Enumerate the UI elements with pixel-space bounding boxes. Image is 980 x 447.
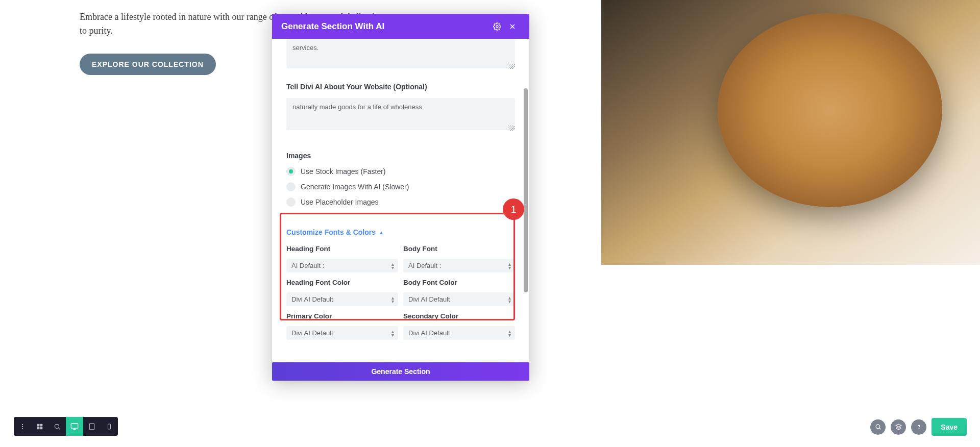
customize-fonts-colors-toggle[interactable]: Customize Fonts & Colors ▲: [286, 228, 384, 236]
radio-unselected-icon: [286, 182, 296, 191]
settings-icon[interactable]: [489, 19, 505, 34]
radio-placeholder-images[interactable]: Use Placeholder Images: [286, 197, 515, 207]
svg-rect-9: [40, 427, 43, 429]
tablet-view-icon[interactable]: [83, 417, 101, 436]
heading-font-label: Heading Font: [286, 245, 398, 253]
hero-image: [601, 0, 980, 265]
radio-stock-label: Use Stock Images (Faster): [301, 167, 386, 176]
svg-rect-6: [37, 424, 40, 426]
bottom-toolbar: [14, 417, 118, 436]
radio-stock-images[interactable]: Use Stock Images (Faster): [286, 167, 515, 176]
svg-point-10: [55, 424, 59, 428]
svg-rect-8: [37, 427, 40, 429]
body-font-color-label: Body Font Color: [403, 279, 515, 286]
svg-marker-21: [896, 424, 901, 427]
section-description-input[interactable]: [286, 39, 515, 68]
zoom-icon[interactable]: [48, 417, 66, 436]
svg-point-5: [22, 428, 23, 429]
about-website-input[interactable]: [286, 98, 515, 130]
radio-selected-icon: [286, 167, 296, 176]
annotation-badge: 1: [503, 198, 524, 220]
generate-section-modal: Generate Section With AI Tell Divi AI Ab…: [272, 14, 529, 381]
modal-header: Generate Section With AI: [272, 14, 529, 39]
svg-point-19: [876, 425, 880, 429]
close-icon[interactable]: [505, 19, 520, 34]
secondary-color-select[interactable]: Divi AI Default: [403, 326, 515, 340]
about-website-label: Tell Divi AI About Your Website (Optiona…: [286, 83, 515, 91]
collapse-up-icon: ▲: [379, 230, 384, 235]
bottom-right-controls: Save: [870, 418, 967, 436]
radio-ai-images[interactable]: Generate Images With AI (Slower): [286, 182, 515, 191]
svg-rect-7: [40, 424, 43, 426]
scrollbar-thumb[interactable]: [524, 88, 528, 292]
generate-section-button[interactable]: Generate Section: [272, 362, 529, 381]
radio-unselected-icon: [286, 197, 296, 207]
svg-point-22: [919, 428, 919, 429]
layers-round-icon[interactable]: [891, 419, 906, 435]
explore-collection-button[interactable]: EXPLORE OUR COLLECTION: [80, 54, 216, 75]
body-font-select[interactable]: AI Default :: [403, 259, 515, 272]
svg-line-11: [59, 428, 60, 429]
svg-rect-12: [71, 424, 78, 428]
heading-font-color-select[interactable]: Divi AI Default: [286, 292, 398, 306]
customize-label: Customize Fonts & Colors: [286, 228, 376, 236]
heading-font-select[interactable]: AI Default :: [286, 259, 398, 272]
body-font-color-select[interactable]: Divi AI Default: [403, 292, 515, 306]
svg-line-20: [879, 428, 880, 429]
modal-scrollbar[interactable]: [524, 53, 528, 358]
radio-placeholder-label: Use Placeholder Images: [301, 198, 379, 206]
images-section-label: Images: [286, 152, 515, 160]
help-round-icon[interactable]: [911, 419, 926, 435]
fonts-colors-grid: Heading Font AI Default : Body Font AI D…: [286, 245, 515, 340]
modal-body: Tell Divi AI About Your Website (Optiona…: [272, 39, 529, 350]
heading-font-color-label: Heading Font Color: [286, 279, 398, 286]
search-round-icon[interactable]: [870, 419, 886, 435]
modal-title: Generate Section With AI: [281, 21, 489, 32]
primary-color-select[interactable]: Divi AI Default: [286, 326, 398, 340]
svg-point-0: [496, 26, 498, 28]
primary-color-label: Primary Color: [286, 312, 398, 320]
secondary-color-label: Secondary Color: [403, 312, 515, 320]
wireframe-icon[interactable]: [31, 417, 48, 436]
radio-ai-label: Generate Images With AI (Slower): [301, 183, 409, 191]
desktop-view-icon[interactable]: [66, 417, 83, 436]
body-font-label: Body Font: [403, 245, 515, 253]
phone-view-icon[interactable]: [101, 417, 118, 436]
save-button[interactable]: Save: [932, 418, 967, 436]
svg-point-3: [22, 424, 23, 425]
svg-point-4: [22, 426, 23, 427]
more-icon[interactable]: [14, 417, 31, 436]
